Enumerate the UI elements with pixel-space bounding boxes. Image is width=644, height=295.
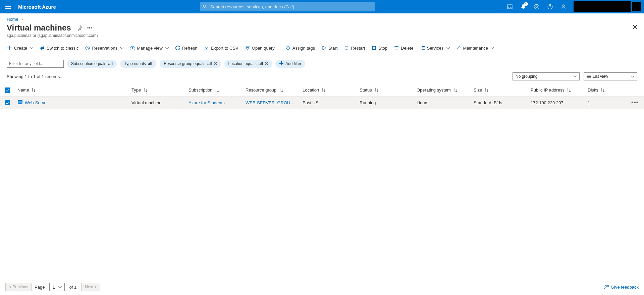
services-button[interactable]: Services [417, 43, 453, 53]
start-button[interactable]: Start [318, 43, 341, 53]
sort-icon [31, 88, 36, 93]
cell-type: Virtual machine [129, 100, 186, 105]
settings-button[interactable] [530, 0, 543, 13]
search-input[interactable] [210, 4, 372, 9]
subscription-link[interactable]: Azure for Students [189, 100, 225, 105]
stop-button[interactable]: Stop [368, 43, 391, 53]
col-resource-group[interactable]: Resource group [243, 87, 300, 93]
play-icon [322, 46, 326, 50]
refresh-icon [175, 46, 180, 50]
filter-bar: Subscription equals all Type equals all … [0, 56, 644, 71]
sort-icon [484, 88, 489, 93]
table-header: Name Type Subscription Resource group Lo… [0, 84, 644, 97]
cell-ip: 172.190.229.207 [528, 100, 585, 105]
chevron-down-icon [573, 75, 577, 78]
sort-icon [600, 88, 605, 93]
sort-icon [321, 88, 326, 93]
chevron-down-icon [491, 46, 494, 50]
maintenance-button[interactable]: Maintenance [453, 43, 497, 53]
page-total: of 1 [69, 285, 77, 290]
sort-icon [143, 88, 148, 93]
col-ip[interactable]: Public IP address [528, 87, 585, 93]
avatar[interactable] [632, 2, 641, 11]
col-name[interactable]: Name [15, 87, 129, 93]
col-size[interactable]: Size [471, 87, 528, 93]
menu-toggle[interactable] [0, 0, 16, 13]
page-select[interactable]: 1 [49, 283, 64, 291]
svg-point-4 [132, 47, 133, 49]
create-button[interactable]: Create [4, 43, 37, 53]
open-query-button[interactable]: Open query [242, 43, 278, 53]
remove-filter-icon[interactable] [265, 61, 268, 66]
next-page-button[interactable]: Next > [81, 283, 100, 291]
svg-rect-8 [19, 104, 21, 104]
plus-icon [7, 46, 12, 50]
restart-icon [344, 46, 349, 50]
reservations-button[interactable]: Reservations [82, 43, 127, 53]
topbar: Microsoft Azure 1 [0, 0, 644, 13]
tenant-label: sga.pucminas.br (sgapucminasbr.onmicroso… [0, 33, 644, 43]
col-os[interactable]: Operating system [414, 87, 471, 93]
help-button[interactable] [543, 0, 557, 13]
clock-icon [85, 46, 90, 50]
vm-name-link[interactable]: Web-Server [25, 100, 48, 105]
brand-label[interactable]: Microsoft Azure [16, 4, 56, 10]
notifications-badge: 1 [524, 2, 528, 6]
records-summary-row: Showing 1 to 1 of 1 records. No grouping… [0, 71, 644, 84]
page-title: Virtual machines [7, 23, 71, 33]
list-icon [420, 46, 425, 50]
add-filter-button[interactable]: Add filter [275, 60, 305, 68]
sort-icon [279, 88, 283, 93]
delete-button[interactable]: Delete [391, 43, 417, 53]
feedback-button[interactable] [557, 0, 570, 13]
view-dropdown[interactable]: List view [584, 72, 637, 80]
page-label: Page [35, 285, 45, 290]
more-button[interactable]: ••• [87, 25, 93, 31]
svg-point-2 [562, 5, 565, 7]
col-disks[interactable]: Disks [585, 87, 619, 93]
table-row[interactable]: Web-Server Virtual machine Azure for Stu… [0, 97, 644, 109]
row-checkbox[interactable] [0, 100, 15, 105]
pin-icon [77, 25, 83, 31]
col-subscription[interactable]: Subscription [186, 87, 243, 93]
switch-classic-button[interactable]: Switch to classic [37, 43, 82, 53]
list-view-icon [587, 74, 591, 78]
remove-filter-icon[interactable] [214, 61, 217, 66]
check-icon [6, 88, 9, 92]
give-feedback-link[interactable]: Give feedback [604, 285, 639, 290]
pin-button[interactable] [77, 25, 83, 31]
close-icon [633, 25, 637, 30]
sort-icon [374, 88, 379, 93]
filter-input[interactable] [7, 60, 64, 68]
notifications-button[interactable]: 1 [517, 0, 530, 13]
cell-os: Linux [414, 100, 471, 105]
select-all-checkbox[interactable] [0, 87, 15, 93]
download-icon [204, 46, 209, 50]
gear-icon [534, 4, 539, 9]
filter-pill-resource-group[interactable]: Resource group equals all [160, 60, 221, 68]
export-csv-button[interactable]: Export to CSV [201, 43, 241, 53]
manage-view-button[interactable]: Manage view [127, 43, 172, 53]
filter-pill-location[interactable]: Location equals all [224, 60, 272, 68]
check-icon [6, 101, 9, 104]
filter-pill-subscription[interactable]: Subscription equals all [67, 60, 117, 68]
prev-page-button[interactable]: < Previous [5, 283, 32, 291]
cloud-shell-button[interactable] [503, 0, 517, 13]
pagination-footer: < Previous Page 1 of 1 Next > Give feedb… [0, 283, 644, 291]
breadcrumb-home[interactable]: Home [7, 17, 18, 22]
assign-tags-button[interactable]: Assign tags [282, 43, 318, 53]
sort-icon [215, 88, 219, 93]
view-icon [130, 46, 135, 50]
account-info[interactable] [574, 1, 631, 12]
resource-group-link[interactable]: WEB-SERVER_GROUP_042… [246, 100, 297, 105]
global-search[interactable] [200, 2, 375, 11]
col-status[interactable]: Status [357, 87, 414, 93]
refresh-button[interactable]: Refresh [172, 43, 201, 53]
col-location[interactable]: Location [300, 87, 357, 93]
close-blade-button[interactable] [633, 25, 637, 31]
restart-button[interactable]: Restart [341, 43, 368, 53]
filter-pill-type[interactable]: Type equals all [120, 60, 156, 68]
grouping-dropdown[interactable]: No grouping [513, 72, 580, 80]
col-type[interactable]: Type [129, 87, 186, 93]
row-context-menu[interactable]: ••• [631, 99, 639, 106]
